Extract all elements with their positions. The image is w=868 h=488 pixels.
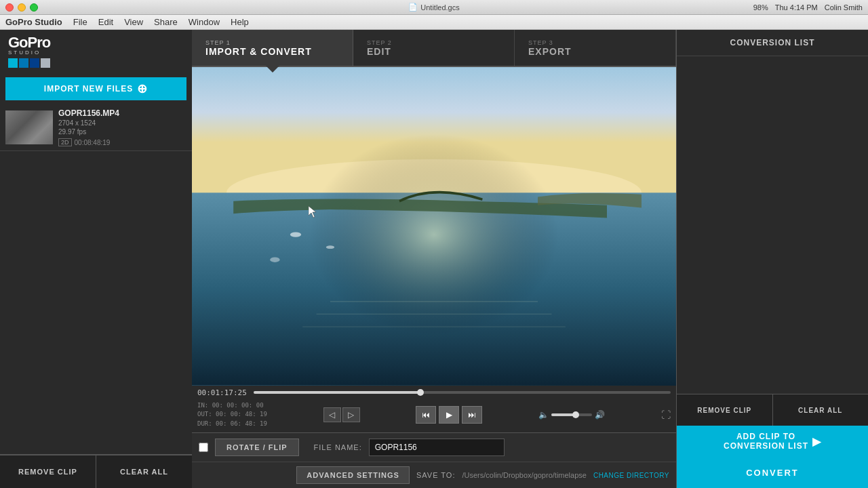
sidebar-bottom-buttons: REMOVE CLIP CLEAR ALL bbox=[0, 454, 192, 488]
step-2-number: STEP 2 bbox=[367, 39, 500, 46]
title-bar: 📄 Untitled.gcs 98% Thu 4:14 PM Colin Smi… bbox=[0, 0, 868, 15]
menu-window[interactable]: Window bbox=[189, 17, 220, 27]
file-name-input[interactable] bbox=[369, 439, 505, 456]
svg-point-5 bbox=[326, 245, 334, 249]
minimize-button[interactable] bbox=[18, 3, 26, 12]
change-directory-button[interactable]: CHANGE DIRECTORY bbox=[593, 472, 669, 479]
step-2-name: EDIT bbox=[367, 46, 500, 57]
save-path-display: /Users/colin/Dropbox/gopro/timelapse bbox=[462, 471, 586, 479]
maximize-button[interactable] bbox=[30, 3, 38, 12]
right-panel: CONVERSION LIST REMOVE CLIP CLEAR ALL AD… bbox=[676, 30, 868, 488]
step-1-tab[interactable]: STEP 1 IMPORT & CONVERT bbox=[192, 30, 353, 66]
volume-row: 🔈 🔊 bbox=[538, 410, 605, 420]
out-point: OUT: 00: 00: 48: 19 bbox=[197, 410, 267, 420]
file-name-field-label: FILE NAME: bbox=[314, 443, 362, 451]
volume-low-icon: 🔈 bbox=[538, 410, 549, 420]
clear-all-button[interactable]: CLEAR ALL bbox=[96, 455, 192, 488]
step-1-arrow bbox=[266, 66, 279, 73]
video-preview bbox=[192, 67, 676, 386]
right-remove-clip-button[interactable]: REMOVE CLIP bbox=[677, 394, 773, 426]
step-back-button[interactable]: ⏮ bbox=[416, 406, 436, 424]
step-2-tab[interactable]: STEP 2 EDIT bbox=[353, 30, 515, 66]
conversion-list-body bbox=[677, 56, 868, 394]
progress-row: 00:01:17:25 bbox=[197, 388, 671, 397]
trim-in-button[interactable]: ◁ bbox=[323, 407, 341, 422]
progress-thumb[interactable] bbox=[417, 389, 424, 396]
app-name: GoPro Studio bbox=[5, 17, 62, 27]
import-btn-row: IMPORT NEW FILES ⊕ bbox=[0, 73, 192, 104]
color-block-2 bbox=[19, 58, 28, 68]
video-scene bbox=[192, 67, 676, 386]
menu-edit[interactable]: Edit bbox=[98, 17, 113, 27]
trim-out-button[interactable]: ▷ bbox=[342, 407, 360, 422]
step-3-name: EXPORT bbox=[528, 46, 662, 57]
step-forward-button[interactable]: ⏭ bbox=[462, 406, 482, 424]
steps-bar: STEP 1 IMPORT & CONVERT STEP 2 EDIT STEP… bbox=[192, 30, 676, 67]
import-new-files-button[interactable]: IMPORT NEW FILES ⊕ bbox=[5, 77, 186, 100]
clock: Thu 4:14 PM bbox=[775, 3, 818, 12]
progress-fill bbox=[254, 391, 420, 394]
close-button[interactable] bbox=[5, 3, 14, 12]
step-3-tab[interactable]: STEP 3 EXPORT bbox=[515, 30, 676, 66]
add-arrow-icon: ▶ bbox=[812, 435, 821, 448]
video-area bbox=[192, 67, 676, 386]
center-panel: STEP 1 IMPORT & CONVERT STEP 2 EDIT STEP… bbox=[192, 30, 676, 488]
gopro-logo: GoPro STUDIO bbox=[8, 35, 50, 56]
convert-button[interactable]: CONVERT bbox=[677, 457, 868, 488]
color-block-4 bbox=[41, 58, 50, 68]
username: Colin Smith bbox=[825, 3, 863, 12]
badge-2d: 2D bbox=[58, 138, 72, 146]
app-layout: GoPro STUDIO IMPORT NEW FILES ⊕ bbox=[0, 30, 868, 488]
advanced-settings-button[interactable]: ADVANCED SETTINGS bbox=[296, 466, 410, 484]
current-timecode: 00:01:17:25 bbox=[197, 388, 248, 397]
conversion-list-header: CONVERSION LIST bbox=[677, 30, 868, 56]
duration: DUR: 00: 06: 48: 19 bbox=[197, 420, 267, 429]
list-item[interactable]: GOPR1156.MP4 2704 x 1524 29.97 fps 2D 00… bbox=[0, 104, 192, 151]
save-to-label: SAVE TO: bbox=[416, 471, 456, 479]
window-controls[interactable] bbox=[5, 3, 38, 12]
import-label: IMPORT NEW FILES bbox=[44, 84, 133, 94]
menu-file[interactable]: File bbox=[73, 17, 87, 27]
file-list: GOPR1156.MP4 2704 x 1524 29.97 fps 2D 00… bbox=[0, 104, 192, 454]
file-fps: 29.97 fps bbox=[58, 128, 186, 136]
file-thumbnail bbox=[5, 110, 53, 144]
system-status: 98% Thu 4:14 PM Colin Smith bbox=[753, 3, 863, 12]
sidebar-header: GoPro STUDIO bbox=[0, 30, 192, 73]
svg-point-3 bbox=[309, 134, 558, 336]
color-block-1 bbox=[8, 58, 18, 68]
svg-point-4 bbox=[290, 232, 301, 237]
play-pause-button[interactable]: ▶ bbox=[439, 406, 459, 424]
scene-svg bbox=[192, 67, 676, 386]
fullscreen-button[interactable]: ⛶ bbox=[661, 409, 671, 420]
right-action-buttons: REMOVE CLIP CLEAR ALL bbox=[677, 394, 868, 426]
remove-clip-button[interactable]: REMOVE CLIP bbox=[0, 455, 96, 488]
save-to-row: ADVANCED SETTINGS SAVE TO: /Users/colin/… bbox=[192, 462, 676, 488]
trim-buttons: ◁ ▷ bbox=[323, 407, 360, 422]
volume-high-icon: 🔊 bbox=[595, 410, 605, 420]
menu-help[interactable]: Help bbox=[231, 17, 249, 27]
playback-buttons: ⏮ ▶ ⏭ bbox=[416, 406, 482, 424]
rotate-checkbox[interactable] bbox=[199, 443, 208, 452]
svg-point-6 bbox=[270, 257, 279, 262]
add-to-conversion-list-button[interactable]: ADD CLIP TOCONVERSION LIST ▶ bbox=[677, 426, 868, 457]
volume-thumb[interactable] bbox=[572, 411, 579, 418]
in-point: IN: 00: 00: 00: 00 bbox=[197, 401, 267, 411]
menu-share[interactable]: Share bbox=[154, 17, 178, 27]
rotate-controls: ROTATE / FLIP FILE NAME: bbox=[192, 432, 676, 462]
file-resolution: 2704 x 1524 bbox=[58, 119, 186, 127]
menu-view[interactable]: View bbox=[124, 17, 143, 27]
right-panel-bottom: REMOVE CLIP CLEAR ALL ADD CLIP TOCONVERS… bbox=[677, 394, 868, 488]
left-sidebar: GoPro STUDIO IMPORT NEW FILES ⊕ bbox=[0, 30, 192, 488]
color-blocks bbox=[8, 58, 50, 68]
window-title: 📄 Untitled.gcs bbox=[408, 3, 459, 12]
battery-status: 98% bbox=[753, 3, 768, 12]
rotate-flip-button[interactable]: ROTATE / FLIP bbox=[215, 439, 299, 456]
color-block-3 bbox=[30, 58, 39, 68]
step-1-number: STEP 1 bbox=[205, 39, 339, 46]
progress-track[interactable] bbox=[254, 391, 671, 394]
file-duration: 00:08:48:19 bbox=[75, 139, 111, 146]
volume-slider[interactable] bbox=[551, 413, 592, 416]
right-clear-all-button[interactable]: CLEAR ALL bbox=[773, 394, 869, 426]
plus-icon: ⊕ bbox=[137, 83, 148, 95]
file-info: GOPR1156.MP4 2704 x 1524 29.97 fps 2D 00… bbox=[58, 108, 186, 146]
